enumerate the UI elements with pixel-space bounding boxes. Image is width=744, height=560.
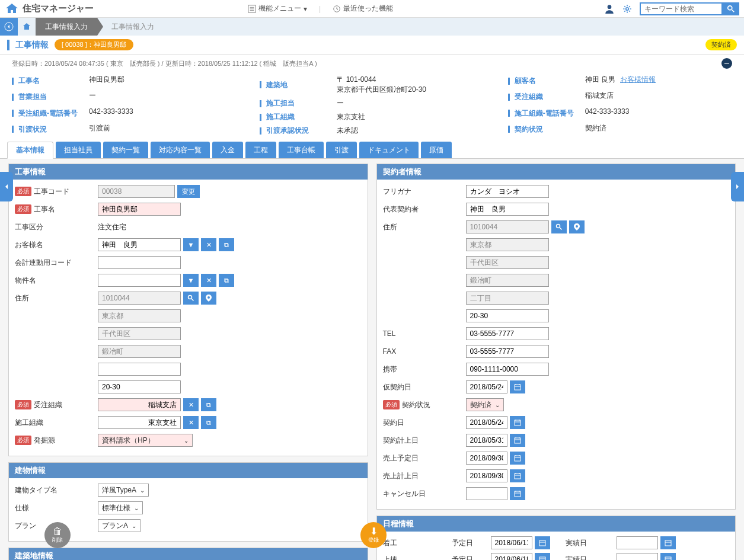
- tab-basic[interactable]: 基本情報: [7, 142, 53, 159]
- spec-select[interactable]: 標準仕様⌄: [98, 501, 143, 514]
- c-addr1[interactable]: [466, 238, 549, 251]
- calendar-button[interactable]: [510, 469, 525, 482]
- rep-input[interactable]: [466, 203, 549, 216]
- calendar-button[interactable]: [510, 380, 525, 393]
- tab-handover[interactable]: 引渡: [326, 142, 357, 158]
- clear-button[interactable]: ✕: [201, 238, 216, 251]
- dropdown-button[interactable]: ▼: [183, 274, 199, 287]
- c-zip-input[interactable]: [466, 220, 549, 233]
- pin-icon: [206, 295, 212, 302]
- fax-input[interactable]: [466, 345, 549, 358]
- kana-input[interactable]: [466, 185, 549, 198]
- calendar-button[interactable]: [510, 487, 525, 500]
- calendar-button[interactable]: [660, 536, 676, 549]
- next-record-button[interactable]: [731, 172, 744, 201]
- calendar-icon: [539, 539, 546, 546]
- copy-button[interactable]: ⧉: [201, 416, 216, 429]
- order-org-input[interactable]: [98, 398, 181, 411]
- sched-r1-plan[interactable]: [491, 536, 532, 549]
- copy-button[interactable]: ⧉: [219, 274, 234, 287]
- cancel-date-input[interactable]: [466, 487, 507, 500]
- map-button[interactable]: [569, 220, 585, 233]
- menu-recent[interactable]: 最近使った機能: [333, 4, 393, 14]
- contract-date-input[interactable]: [466, 416, 507, 429]
- collapse-button[interactable]: ─: [721, 58, 732, 69]
- map-button[interactable]: [201, 292, 216, 305]
- search-input[interactable]: [640, 2, 723, 15]
- source-select[interactable]: 資料請求（HP）⌄: [98, 434, 193, 447]
- svg-point-4: [728, 5, 732, 9]
- c-addr2[interactable]: [466, 256, 549, 269]
- contract-status-select[interactable]: 契約済⌄: [466, 398, 504, 411]
- sched-r1-act[interactable]: [617, 536, 658, 549]
- calendar-button[interactable]: [510, 434, 525, 447]
- delete-button[interactable]: 🗑 削除: [44, 522, 71, 548]
- c-addr5[interactable]: [466, 309, 549, 322]
- tab-cost[interactable]: 原価: [421, 142, 452, 158]
- koji-name-input[interactable]: [98, 203, 181, 216]
- search-icon: [187, 295, 194, 302]
- customer-link[interactable]: お客様情報: [620, 75, 656, 84]
- calendar-button[interactable]: [510, 452, 525, 465]
- zip-input[interactable]: [98, 292, 181, 305]
- search-button[interactable]: [723, 2, 739, 15]
- tel-input[interactable]: [466, 327, 549, 340]
- addr4-input[interactable]: [98, 363, 181, 376]
- svg-rect-13: [515, 491, 521, 497]
- sched-r2-act[interactable]: [617, 553, 658, 560]
- plan-select[interactable]: プランA⌄: [98, 519, 141, 532]
- calendar-button[interactable]: [510, 416, 525, 429]
- sched-r2-plan[interactable]: [491, 553, 532, 560]
- addr5-input[interactable]: [98, 380, 181, 393]
- tab-contracts[interactable]: 契約一覧: [103, 142, 148, 158]
- svg-rect-10: [515, 438, 521, 443]
- koji-code-input[interactable]: [98, 185, 175, 198]
- user-icon[interactable]: [604, 4, 615, 14]
- addr1-input[interactable]: [98, 309, 181, 322]
- prev-record-button[interactable]: [0, 172, 13, 201]
- tab-payment[interactable]: 入金: [212, 142, 243, 158]
- menu-functions[interactable]: 機能メニュー ▾: [248, 4, 307, 14]
- build-org-input[interactable]: [98, 416, 181, 429]
- c-addr3[interactable]: [466, 274, 549, 287]
- copy-button[interactable]: ⧉: [201, 398, 216, 411]
- property-input[interactable]: [98, 274, 181, 287]
- clear-button[interactable]: ✕: [183, 398, 199, 411]
- search-zip-button[interactable]: [183, 292, 199, 305]
- calendar-icon: [514, 419, 521, 426]
- contract-acc-date-input[interactable]: [466, 434, 507, 447]
- gear-icon[interactable]: [622, 4, 633, 14]
- calendar-button[interactable]: [535, 553, 550, 560]
- back-button[interactable]: [0, 18, 18, 36]
- acc-code-input[interactable]: [98, 256, 181, 269]
- bldg-type-select[interactable]: 洋風TypeA⌄: [98, 484, 149, 497]
- tab-responses[interactable]: 対応内容一覧: [151, 142, 210, 158]
- home-button[interactable]: [18, 18, 36, 36]
- tab-ledger[interactable]: 工事台帳: [279, 142, 324, 158]
- sales-acc-date-input[interactable]: [466, 469, 507, 482]
- page-header: 工事情報 [ 00038 ]：神田良男邸 契約済: [0, 36, 744, 55]
- save-button[interactable]: ⬇ 登録: [360, 522, 387, 548]
- clear-button[interactable]: ✕: [201, 274, 216, 287]
- dropdown-button[interactable]: ▼: [183, 238, 199, 251]
- copy-button[interactable]: ⧉: [219, 238, 234, 251]
- tab-staff[interactable]: 担当社員: [56, 142, 101, 158]
- tab-process[interactable]: 工程: [245, 142, 276, 158]
- breadcrumb-lvl1[interactable]: 工事情報入力: [36, 18, 97, 36]
- tabs: 基本情報 担当社員 契約一覧 対応内容一覧 入金 工程 工事台帳 引渡 ドキュメ…: [0, 142, 744, 159]
- customer-input[interactable]: [98, 238, 181, 251]
- calendar-button[interactable]: [535, 536, 550, 549]
- addr2-input[interactable]: [98, 327, 181, 340]
- c-addr4[interactable]: [466, 292, 549, 305]
- addr3-input[interactable]: [98, 345, 181, 358]
- sales-plan-date-input[interactable]: [466, 452, 507, 465]
- record-badge: [ 00038 ]：神田良男邸: [55, 39, 133, 50]
- search-zip-button[interactable]: [551, 220, 567, 233]
- house-icon: [5, 2, 19, 16]
- mobile-input[interactable]: [466, 363, 549, 376]
- clear-button[interactable]: ✕: [183, 416, 199, 429]
- tab-document[interactable]: ドキュメント: [359, 142, 419, 158]
- prov-date-input[interactable]: [466, 380, 507, 393]
- change-button[interactable]: 変更: [177, 185, 200, 198]
- calendar-button[interactable]: [660, 553, 676, 560]
